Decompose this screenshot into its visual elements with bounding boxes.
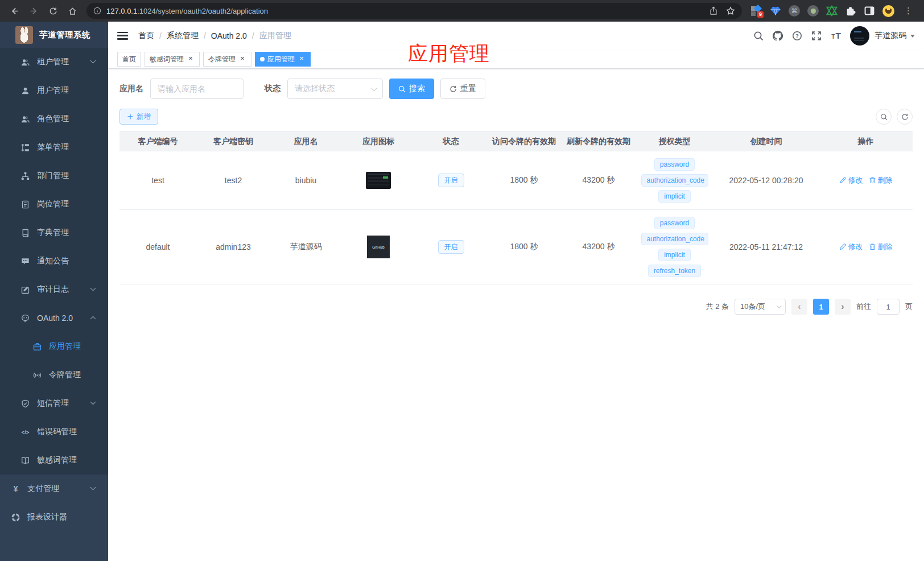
browser-menu-icon[interactable]: ⋮ xyxy=(902,6,915,16)
column-header: 刷新令牌的有效期 xyxy=(562,132,636,151)
address-bar[interactable]: 127.0.0.1:1024/system/oauth2/oauth2/appl… xyxy=(86,3,742,19)
breadcrumb-item[interactable]: OAuth 2.0 xyxy=(211,31,247,40)
breadcrumb-item[interactable]: 系统管理 xyxy=(167,31,199,41)
delete-button[interactable]: 删除 xyxy=(869,242,893,252)
sidebar-item-audit-log[interactable]: 审计日志 xyxy=(0,275,108,304)
sidebar-item-pay[interactable]: ¥支付管理 xyxy=(0,475,108,503)
edit-button[interactable]: 修改 xyxy=(839,242,863,252)
badge-icon xyxy=(20,200,30,209)
main-area: 首页/系统管理/OAuth 2.0/应用管理 ? TT 芋道源码 首页敏感词管理… xyxy=(108,22,924,561)
sidebar-item-dept[interactable]: 部门管理 xyxy=(0,162,108,190)
column-header: 操作 xyxy=(819,132,913,151)
home-icon[interactable] xyxy=(65,4,79,18)
profile-avatar-icon[interactable] xyxy=(882,5,894,17)
app-icon-image xyxy=(366,172,391,189)
share-icon[interactable] xyxy=(709,6,718,15)
sidebar-item-user[interactable]: 用户管理 xyxy=(0,76,108,105)
hamburger-icon[interactable] xyxy=(117,32,129,40)
sidebar-item-post[interactable]: 岗位管理 xyxy=(0,190,108,218)
table-refresh-button[interactable] xyxy=(897,109,913,125)
close-icon[interactable]: × xyxy=(238,55,246,63)
page-number-current[interactable]: 1 xyxy=(813,299,829,315)
side-panel-icon[interactable] xyxy=(864,5,875,16)
sidebar-item-role[interactable]: 角色管理 xyxy=(0,105,108,133)
sidebar-item-oauth2-application[interactable]: 应用管理 xyxy=(0,332,108,361)
edit-button[interactable]: 修改 xyxy=(839,175,863,185)
add-button[interactable]: 新增 xyxy=(119,109,158,125)
sidebar-item-menu[interactable]: 菜单管理 xyxy=(0,133,108,162)
breadcrumb-separator: / xyxy=(252,31,254,40)
table-search-button[interactable] xyxy=(876,109,892,125)
chevron-down-icon xyxy=(371,85,377,91)
extension-record-icon[interactable] xyxy=(807,5,819,16)
extension-command-icon[interactable]: ⌘ xyxy=(789,5,800,16)
tab-application[interactable]: 应用管理× xyxy=(255,52,311,67)
sidebar-item-error-code[interactable]: </>错误码管理 xyxy=(0,418,108,446)
goto-page-input[interactable] xyxy=(877,299,900,315)
sidebar-submenu-block: 租户管理用户管理角色管理菜单管理部门管理岗位管理字典管理通知公告审计日志OAut… xyxy=(0,48,108,475)
site-info-icon[interactable] xyxy=(93,7,101,15)
bookmark-star-icon[interactable] xyxy=(726,6,735,15)
delete-icon xyxy=(869,176,876,184)
tab-home[interactable]: 首页 xyxy=(117,52,141,67)
prev-page-button[interactable]: ‹ xyxy=(791,299,807,315)
app-name-input[interactable] xyxy=(150,79,244,99)
extension-diamond-icon[interactable]: 9 xyxy=(751,5,762,17)
sidebar-item-dict[interactable]: 字典管理 xyxy=(0,218,108,247)
tab-sensitive-word[interactable]: 敏感词管理× xyxy=(145,52,200,67)
navbar-right: ? TT 芋道源码 xyxy=(744,26,915,46)
search-button[interactable]: 搜索 xyxy=(389,79,434,99)
search-icon[interactable] xyxy=(753,31,764,42)
sidebar: 芋道管理系统 租户管理用户管理角色管理菜单管理部门管理岗位管理字典管理通知公告审… xyxy=(0,22,108,561)
next-page-button[interactable]: › xyxy=(835,299,851,315)
sidebar-item-sms[interactable]: 短信管理 xyxy=(0,389,108,418)
sidebar-item-notice[interactable]: 通知公告 xyxy=(0,247,108,275)
column-header: 创建时间 xyxy=(713,132,819,151)
avatar[interactable] xyxy=(850,26,869,46)
breadcrumb-item: 应用管理 xyxy=(259,31,291,41)
caret-down-icon[interactable] xyxy=(910,35,915,38)
status-select[interactable]: 请选择状态 xyxy=(287,79,383,99)
fullscreen-icon[interactable] xyxy=(811,31,822,42)
table-toolbar: 新增 xyxy=(119,109,913,125)
column-header: 授权类型 xyxy=(636,132,713,151)
app-icon-image: GitHub xyxy=(367,236,390,258)
github-icon[interactable] xyxy=(772,31,783,42)
reload-icon[interactable] xyxy=(46,4,60,18)
close-icon[interactable]: × xyxy=(298,55,306,63)
back-icon[interactable] xyxy=(7,4,21,18)
sidebar-item-sensitive-word[interactable]: 敏感词管理 xyxy=(0,446,108,475)
sidebar-item-oauth2[interactable]: OAuth 2.0 xyxy=(0,304,108,332)
breadcrumb-item[interactable]: 首页 xyxy=(138,31,154,41)
status-tag: 开启 xyxy=(438,240,464,254)
table-row: testtest2biubiu开启1800 秒43200 秒passwordau… xyxy=(119,151,913,210)
cell-access-validity: 1800 秒 xyxy=(486,210,562,284)
filter-form: 应用名 状态 请选择状态 搜索 重置 xyxy=(119,79,913,99)
cell-access-validity: 1800 秒 xyxy=(486,151,562,210)
sidebar-item-oauth2-token[interactable]: 令牌管理 xyxy=(0,361,108,389)
extensions-puzzle-icon[interactable] xyxy=(845,5,856,16)
extension-star-icon[interactable] xyxy=(826,5,838,16)
extension-gem-icon[interactable] xyxy=(770,5,781,16)
reset-button[interactable]: 重置 xyxy=(440,79,485,99)
sidebar-item-tenant[interactable]: 租户管理 xyxy=(0,48,108,76)
grant-type-tag: authorization_code xyxy=(641,174,708,187)
delete-button[interactable]: 删除 xyxy=(869,175,893,185)
sidebar-item-report-designer[interactable]: 报表设计器 xyxy=(0,503,108,531)
font-size-icon[interactable]: TT xyxy=(830,31,841,42)
sidebar-root-block: ¥支付管理报表设计器 xyxy=(0,475,108,531)
logo-image xyxy=(15,26,33,44)
tab-token[interactable]: 令牌管理× xyxy=(203,52,251,67)
edit-icon xyxy=(839,176,847,184)
refresh-icon xyxy=(449,85,457,93)
logo[interactable]: 芋道管理系统 xyxy=(0,22,108,48)
forward-icon[interactable] xyxy=(27,4,40,18)
close-icon[interactable]: × xyxy=(187,55,195,63)
help-icon[interactable]: ? xyxy=(791,31,802,42)
page-size-select[interactable]: 10条/页 xyxy=(735,299,786,315)
username[interactable]: 芋道源码 xyxy=(874,31,906,41)
page-content: 应用名 状态 请选择状态 搜索 重置 xyxy=(108,69,924,315)
users-icon xyxy=(20,57,30,67)
applications-table: 客户端编号客户端密钥应用名应用图标状态访问令牌的有效期刷新令牌的有效期授权类型创… xyxy=(119,131,913,284)
column-header: 客户端密钥 xyxy=(196,132,270,151)
